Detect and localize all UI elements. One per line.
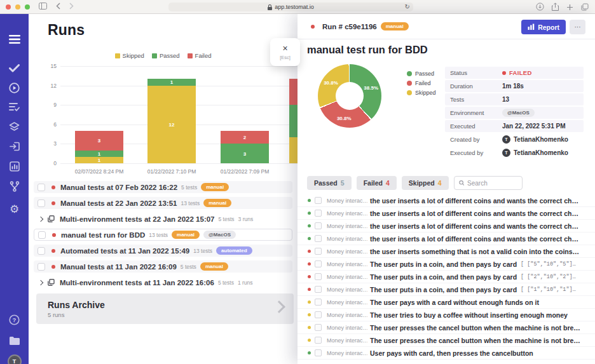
- bar-segment-failed: 4: [289, 79, 298, 105]
- test-title[interactable]: User pays with card, then presses the ca…: [370, 349, 533, 357]
- test-checkbox[interactable]: [315, 222, 322, 229]
- test-checkbox[interactable]: [315, 235, 322, 242]
- traffic-lights: [6, 4, 30, 10]
- run-row[interactable]: Manual tests at 07 Feb 2022 16:225 tests…: [34, 181, 292, 193]
- filter-count: 4: [386, 179, 390, 187]
- esc-hint: [Esc]: [280, 55, 291, 60]
- test-title[interactable]: The user puts in a coin, and then pays b…: [370, 286, 517, 293]
- branch-icon[interactable]: [0, 181, 29, 192]
- filter-failed-button[interactable]: Failed4: [357, 176, 397, 190]
- runs-archive-card[interactable]: Runs Archive 5 runs: [36, 293, 294, 324]
- suites-layers-icon[interactable]: [0, 122, 29, 132]
- test-title[interactable]: the user inserts a lot of different coin…: [370, 222, 578, 230]
- archive-count: 5 runs: [48, 311, 105, 318]
- downloads-icon[interactable]: [536, 2, 544, 13]
- address-bar[interactable]: app.testomat.io ↻: [168, 3, 413, 11]
- run-row[interactable]: manual test run for BDD13 testsmanual@Ma…: [34, 229, 292, 241]
- test-checkbox[interactable]: [315, 197, 322, 204]
- run-checkbox[interactable]: [38, 263, 45, 271]
- test-row[interactable]: Money interac…The user puts in a coin, a…: [298, 258, 595, 271]
- test-row[interactable]: Money interac…User pays with card, then …: [298, 347, 595, 360]
- test-checkbox[interactable]: [315, 260, 322, 267]
- test-row[interactable]: Money interac…The user presses the cance…: [298, 334, 595, 347]
- more-options-button[interactable]: ···: [570, 20, 585, 34]
- import-icon[interactable]: [0, 142, 29, 151]
- test-row[interactable]: Money interac…The user pays with a card …: [298, 296, 595, 309]
- run-checkbox[interactable]: [38, 184, 45, 191]
- test-checkbox[interactable]: [315, 337, 322, 344]
- test-title[interactable]: The user presses the cancel button when …: [370, 337, 580, 344]
- test-checkbox[interactable]: [315, 248, 322, 255]
- run-row[interactable]: Multi-environment tests at 11 Jan 2022 1…: [34, 276, 292, 288]
- test-row[interactable]: Money interac…The user tries to buy a co…: [298, 309, 595, 321]
- reload-icon[interactable]: ↻: [405, 3, 410, 10]
- test-row[interactable]: Money interac…The user presses the cance…: [298, 321, 595, 334]
- test-row[interactable]: Money interac…the user inserts something…: [298, 245, 595, 258]
- test-row[interactable]: Money interac…The user puts in a coin, a…: [298, 283, 595, 296]
- donut-legend-dot: [407, 71, 412, 76]
- test-title[interactable]: the user inserts a lot of different coin…: [370, 197, 578, 205]
- run-checkbox[interactable]: [38, 231, 46, 239]
- run-checkbox[interactable]: [38, 199, 45, 207]
- test-title[interactable]: The user puts in a coin, and then pays b…: [370, 273, 517, 281]
- test-title[interactable]: The user puts in a coin, and then pays b…: [370, 260, 517, 268]
- tab-overview-icon[interactable]: [581, 2, 589, 13]
- projects-folder-icon[interactable]: [0, 336, 29, 345]
- filter-skipped-button[interactable]: Skipped4: [402, 176, 449, 190]
- test-row[interactable]: Money interac…the user inserts a lot of …: [298, 207, 595, 220]
- test-checkbox[interactable]: [315, 324, 322, 331]
- test-row[interactable]: Money interac…The user puts in a coin, a…: [298, 271, 595, 283]
- maximize-window-icon[interactable]: [25, 4, 30, 10]
- settings-gear-icon[interactable]: ⚙: [0, 203, 29, 216]
- close-window-icon[interactable]: [6, 4, 11, 10]
- run-row[interactable]: Manual tests at 22 Jan 2022 13:5113 test…: [34, 197, 292, 209]
- run-row[interactable]: Multi-environment tests at 22 Jan 2022 1…: [34, 213, 292, 225]
- search-input[interactable]: [467, 180, 517, 187]
- runs-play-icon[interactable]: [0, 83, 29, 93]
- user-name[interactable]: TetianaKhomenko: [514, 149, 568, 156]
- help-icon[interactable]: ?: [0, 314, 29, 325]
- test-row[interactable]: Money interac…the user inserts a lot of …: [298, 233, 595, 245]
- test-title[interactable]: The user tries to buy a coffee without i…: [370, 311, 568, 319]
- run-row[interactable]: Automated tests at 11 Jan 2022 15:4913 t…: [34, 245, 292, 257]
- test-checkbox[interactable]: [315, 286, 322, 293]
- run-badge-manual: manual: [201, 183, 229, 191]
- test-row[interactable]: Money interac…the user inserts a lot of …: [298, 220, 595, 233]
- run-row[interactable]: Manual tests at 11 Jan 2022 16:095 tests…: [34, 260, 292, 273]
- run-badge-manual: manual: [203, 199, 231, 207]
- share-icon[interactable]: [552, 2, 559, 13]
- expand-chevron-icon[interactable]: [38, 216, 43, 221]
- test-title[interactable]: the user inserts a lot of different coin…: [370, 210, 578, 217]
- minimize-window-icon[interactable]: [15, 4, 20, 10]
- test-checkbox[interactable]: [315, 311, 322, 318]
- report-button[interactable]: Report: [521, 20, 566, 34]
- test-row[interactable]: Money interac…the user inserts a lot of …: [298, 194, 595, 207]
- test-title[interactable]: the user inserts something that is not a…: [370, 248, 579, 255]
- filter-passed-button[interactable]: Passed5: [307, 176, 352, 190]
- test-checkbox[interactable]: [315, 349, 322, 356]
- test-title[interactable]: The user pays with a card without enough…: [370, 299, 539, 306]
- user-name[interactable]: TetianaKhomenko: [514, 136, 568, 143]
- close-panel-button[interactable]: × [Esc]: [270, 38, 300, 66]
- test-title[interactable]: The user presses the cancel button when …: [370, 324, 580, 332]
- run-title: Manual tests at 11 Jan 2022 16:09: [60, 263, 177, 271]
- test-title[interactable]: the user inserts a lot of different coin…: [370, 235, 578, 243]
- menu-icon[interactable]: [0, 35, 29, 44]
- new-tab-icon[interactable]: [566, 2, 573, 13]
- test-checkbox[interactable]: [315, 273, 322, 280]
- test-plan-icon[interactable]: [0, 102, 29, 111]
- forward-icon[interactable]: [69, 3, 74, 11]
- test-status-dot: [308, 300, 311, 304]
- test-checkbox[interactable]: [315, 210, 322, 217]
- stacked-bar: 32: [221, 131, 269, 163]
- test-checkbox[interactable]: [315, 299, 322, 306]
- user-avatar[interactable]: T: [0, 354, 29, 364]
- analytics-icon[interactable]: [0, 161, 29, 172]
- environment-badge: @MacOS: [502, 109, 535, 117]
- user-avatar: T: [502, 149, 510, 157]
- run-checkbox[interactable]: [38, 247, 45, 255]
- expand-chevron-icon[interactable]: [38, 280, 43, 285]
- sidebar-toggle-icon[interactable]: [39, 3, 47, 11]
- tests-check-icon[interactable]: [0, 64, 29, 72]
- back-icon[interactable]: [56, 3, 60, 11]
